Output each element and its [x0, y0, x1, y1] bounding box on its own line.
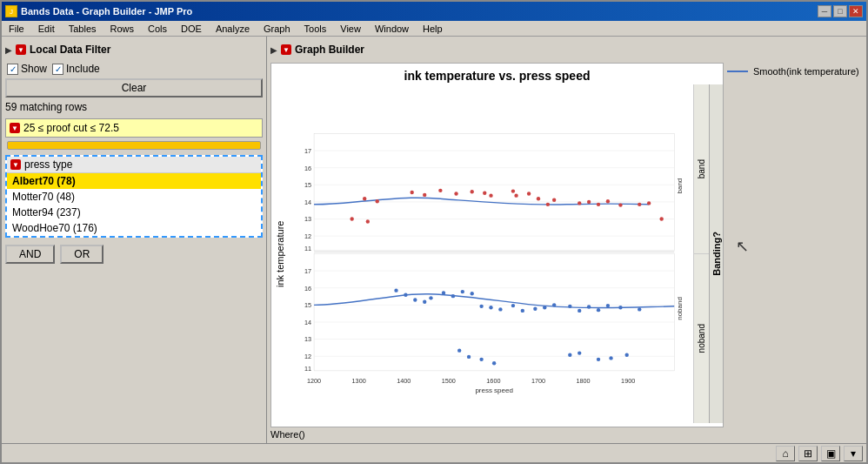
left-panel: ▶ ▼ Local Data Filter ✓ Show ✓ Include C… — [2, 37, 267, 443]
svg-text:12: 12 — [304, 353, 311, 360]
svg-point-80 — [587, 305, 591, 308]
press-type-box: ▼ press type Albert70 (78) Motter70 (48)… — [5, 155, 263, 238]
menu-view[interactable]: View — [337, 24, 364, 34]
svg-point-53 — [606, 199, 610, 203]
svg-point-87 — [479, 358, 483, 361]
slider-container — [5, 141, 263, 150]
svg-point-92 — [609, 356, 612, 360]
home-button[interactable]: ⌂ — [776, 446, 795, 461]
where-clause: Where() — [270, 429, 863, 440]
minimize-button[interactable]: ─ — [818, 5, 831, 17]
menu-help[interactable]: Help — [419, 24, 446, 34]
press-type-header: ▼ press type — [7, 157, 261, 173]
svg-point-66 — [442, 291, 445, 294]
x-axis-labels: 1200 1300 1400 1500 1600 1700 1800 1900 — [307, 377, 635, 385]
svg-point-41 — [454, 192, 457, 195]
window-button[interactable]: ▣ — [821, 446, 840, 461]
svg-text:17: 17 — [304, 147, 311, 155]
menu-tools[interactable]: Tools — [301, 24, 331, 34]
app-icon: J — [5, 5, 17, 17]
dropdown-button[interactable]: ▾ — [844, 446, 863, 461]
x-axis-title: press speed — [475, 387, 513, 394]
svg-rect-0 — [314, 133, 674, 250]
svg-text:1400: 1400 — [397, 377, 411, 385]
svg-point-50 — [578, 201, 581, 205]
cursor-icon: ↖ — [736, 238, 749, 255]
and-or-row: AND OR — [5, 245, 263, 264]
svg-point-73 — [511, 304, 515, 307]
left-panel-title: Local Data Filter — [30, 44, 110, 56]
menu-graph[interactable]: Graph — [260, 24, 294, 34]
close-button[interactable]: ✕ — [849, 5, 863, 17]
svg-text:13: 13 — [304, 215, 311, 223]
banding-label: Banding? — [711, 232, 722, 276]
menu-rows[interactable]: Rows — [107, 24, 138, 34]
svg-point-39 — [423, 193, 426, 197]
svg-text:11: 11 — [304, 365, 311, 373]
svg-text:14: 14 — [304, 198, 311, 206]
list-item-woodhoe70[interactable]: WoodHoe70 (176) — [7, 220, 261, 236]
svg-point-56 — [350, 217, 353, 220]
svg-text:12: 12 — [304, 232, 311, 240]
svg-text:13: 13 — [304, 335, 311, 343]
svg-point-90 — [578, 351, 581, 354]
svg-point-88 — [492, 361, 496, 365]
band-label-top: band — [676, 178, 684, 194]
menu-edit[interactable]: Edit — [35, 24, 58, 34]
svg-point-43 — [483, 192, 486, 195]
band-top-area: band — [694, 84, 709, 254]
svg-point-75 — [533, 307, 537, 311]
list-item-motter94[interactable]: Motter94 (237) — [7, 205, 261, 220]
svg-point-52 — [597, 203, 600, 206]
menu-bar: File Edit Tables Rows Cols DOE Analyze G… — [2, 21, 866, 37]
svg-point-65 — [429, 296, 432, 299]
svg-point-38 — [411, 191, 414, 194]
svg-point-93 — [625, 353, 629, 357]
chart-body: ink temperature — [271, 84, 723, 423]
include-checkbox-label[interactable]: ✓ Include — [52, 63, 100, 75]
svg-text:15: 15 — [304, 181, 311, 189]
y-axis-label: ink temperature — [271, 84, 289, 423]
show-checkbox[interactable]: ✓ — [7, 64, 18, 75]
svg-point-55 — [638, 203, 641, 206]
y-axis-bottom-labels: 17 16 15 14 13 12 11 — [304, 267, 311, 373]
svg-text:1900: 1900 — [621, 377, 635, 385]
svg-point-63 — [413, 298, 417, 301]
and-button[interactable]: AND — [5, 245, 55, 264]
svg-text:1600: 1600 — [486, 377, 500, 385]
svg-text:11: 11 — [304, 245, 311, 252]
or-button[interactable]: OR — [60, 245, 103, 264]
menu-tables[interactable]: Tables — [65, 24, 100, 34]
clear-button[interactable]: Clear — [5, 78, 263, 98]
range-filter-label: 25 ≤ proof cut ≤ 72.5 — [23, 122, 119, 134]
list-item-albert70[interactable]: Albert70 (78) — [7, 173, 261, 189]
svg-point-37 — [376, 199, 379, 203]
menu-file[interactable]: File — [5, 24, 28, 34]
graph-content: ink temperature vs. press speed ink temp… — [270, 63, 863, 427]
include-checkbox[interactable]: ✓ — [52, 64, 63, 75]
menu-analyze[interactable]: Analyze — [212, 24, 253, 34]
list-item-motter70[interactable]: Motter70 (48) — [7, 189, 261, 205]
menu-window[interactable]: Window — [371, 24, 412, 34]
filter-icon: ▼ — [16, 44, 26, 55]
svg-text:1500: 1500 — [442, 377, 456, 385]
menu-cols[interactable]: Cols — [144, 24, 170, 34]
collapse-triangle-icon[interactable]: ▶ — [5, 45, 12, 55]
maximize-button[interactable]: □ — [833, 5, 847, 17]
cursor-area: ↖ — [736, 237, 859, 256]
svg-text:15: 15 — [304, 301, 311, 309]
range-slider[interactable] — [7, 141, 261, 150]
svg-text:16: 16 — [304, 285, 311, 293]
chart-svg: 17 16 15 14 13 12 11 1 — [289, 84, 693, 423]
press-type-label: press type — [24, 158, 72, 171]
left-panel-header: ▶ ▼ Local Data Filter — [5, 40, 263, 59]
legend-smooth-label: Smooth(ink temperature) — [753, 66, 859, 77]
grid-button[interactable]: ⊞ — [798, 446, 818, 461]
graph-collapse-triangle-icon[interactable]: ▶ — [270, 45, 277, 55]
svg-text:14: 14 — [304, 319, 311, 326]
svg-point-62 — [404, 293, 407, 297]
graph-header: ▶ ▼ Graph Builder — [270, 40, 863, 59]
title-bar-left: J Bands Data - Graph Builder - JMP Pro — [5, 5, 192, 17]
show-checkbox-label[interactable]: ✓ Show — [7, 63, 47, 75]
menu-doe[interactable]: DOE — [177, 24, 205, 34]
